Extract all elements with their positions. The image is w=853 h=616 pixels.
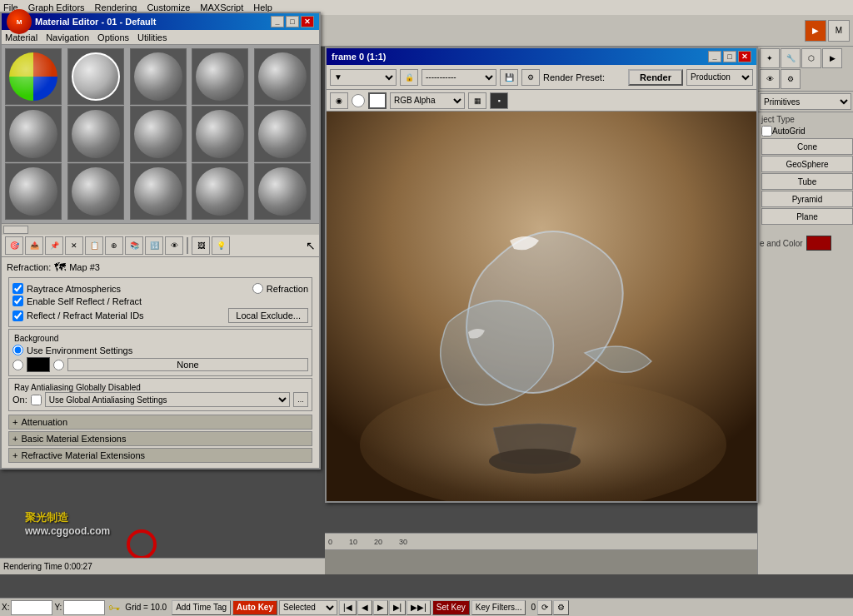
- create-icon[interactable]: ✦: [760, 48, 780, 68]
- material-id-btn[interactable]: 🔢: [145, 236, 163, 255]
- bg-map-radio[interactable]: [53, 360, 64, 370]
- me-options-menu[interactable]: Options: [97, 32, 129, 42]
- rf-close-btn[interactable]: ✕: [738, 51, 751, 62]
- lock-icon-btn[interactable]: 🔒: [400, 69, 418, 86]
- channel-icon-1[interactable]: ▦: [468, 92, 486, 109]
- play-btn[interactable]: ▶: [373, 600, 388, 615]
- preview-cell-10[interactable]: [254, 106, 311, 162]
- add-time-tag-btn[interactable]: Add Time Tag: [172, 600, 231, 615]
- channel-icon-2[interactable]: ▪: [490, 92, 508, 109]
- preview-cell-2[interactable]: [67, 48, 124, 105]
- me-material-menu[interactable]: Material: [5, 32, 37, 42]
- attenuation-header[interactable]: + Attenuation: [9, 415, 312, 429]
- plane-btn[interactable]: Plane: [761, 208, 853, 225]
- copy-btn[interactable]: 📋: [85, 236, 103, 255]
- white-box-btn[interactable]: [368, 92, 387, 109]
- key-filters-btn[interactable]: Key Filters...: [471, 600, 526, 615]
- preview-cell-1[interactable]: [5, 48, 62, 105]
- preview-cell-12[interactable]: [67, 163, 124, 220]
- x-coord-input[interactable]: [11, 600, 52, 615]
- global-settings-dropdown[interactable]: Use Global Antialiasing Settings: [45, 392, 290, 407]
- refraction-radio[interactable]: [252, 283, 263, 294]
- preview-cell-7[interactable]: [67, 106, 124, 162]
- production-dropdown[interactable]: Production: [686, 69, 753, 86]
- raytrace-checkbox[interactable]: [12, 283, 23, 294]
- settings-icon-btn[interactable]: ⚙: [521, 69, 540, 86]
- on-checkbox[interactable]: [31, 395, 42, 405]
- render-btn[interactable]: ▶: [805, 20, 826, 42]
- preview-cell-15[interactable]: [254, 163, 311, 220]
- get-material-btn[interactable]: 🎯: [5, 236, 23, 255]
- next-key-btn[interactable]: ▶▶|: [407, 600, 431, 615]
- render-button[interactable]: Render: [628, 69, 683, 86]
- preview-cell-5[interactable]: [254, 48, 311, 105]
- delete-btn[interactable]: ✕: [65, 236, 83, 255]
- save-icon-btn[interactable]: 💾: [500, 69, 518, 86]
- me-navigation-menu[interactable]: Navigation: [46, 32, 89, 42]
- preview-cell-8[interactable]: [130, 106, 187, 162]
- put-material-btn[interactable]: 📤: [25, 236, 43, 255]
- preview-cell-3[interactable]: [130, 48, 187, 105]
- preview-cell-6[interactable]: [5, 106, 62, 162]
- preview-cell-13[interactable]: [130, 163, 187, 220]
- show-map-btn[interactable]: 👁: [165, 236, 183, 255]
- rf-minimize-btn[interactable]: _: [708, 51, 721, 62]
- anim-btn-2[interactable]: ⚙: [553, 600, 569, 615]
- me-utilities-menu[interactable]: Utilities: [137, 32, 167, 42]
- anim-btn-1[interactable]: ⟳: [537, 600, 552, 615]
- color-swatch[interactable]: [806, 236, 831, 251]
- preview-cell-14[interactable]: [192, 163, 248, 220]
- preview-cell-9[interactable]: [192, 106, 248, 162]
- prev-frame-btn[interactable]: ◀: [357, 600, 372, 615]
- backlight-btn[interactable]: 💡: [212, 236, 230, 255]
- rf-maximize-btn[interactable]: □: [723, 51, 736, 62]
- self-reflect-checkbox[interactable]: [12, 296, 23, 306]
- close-btn[interactable]: ✕: [301, 16, 314, 27]
- display-icon-btn[interactable]: ◉: [330, 92, 348, 109]
- scrollbar-thumb-h[interactable]: [3, 226, 28, 234]
- preset-dropdown[interactable]: -----------: [422, 69, 496, 86]
- selected-dropdown[interactable]: Selected: [279, 600, 337, 615]
- display-icon[interactable]: 👁: [760, 69, 780, 89]
- refractive-material-header[interactable]: + Refractive Material Extensions: [9, 449, 312, 462]
- utilities-icon[interactable]: ⚙: [781, 69, 801, 89]
- assign-btn[interactable]: 📌: [45, 236, 63, 255]
- bg-color-swatch[interactable]: [27, 357, 50, 372]
- bg-color-radio[interactable]: [12, 360, 23, 370]
- show-bg-btn[interactable]: 🖼: [192, 236, 210, 255]
- sphere-15: [258, 167, 307, 216]
- preview-cell-4[interactable]: [192, 48, 248, 105]
- material-ids-row: Reflect / Refract Material IDs: [12, 310, 225, 321]
- autogrid-checkbox[interactable]: [761, 126, 772, 137]
- material-ids-checkbox[interactable]: [12, 310, 23, 321]
- y-coord-input[interactable]: [63, 600, 105, 615]
- preview-cell-11[interactable]: [5, 163, 62, 220]
- put-to-lib-btn[interactable]: 📚: [125, 236, 143, 255]
- local-exclude-btn[interactable]: Local Exclude...: [228, 308, 308, 323]
- prev-key-btn[interactable]: |◀: [339, 600, 357, 615]
- make-unique-btn[interactable]: ⊕: [105, 236, 123, 255]
- motion-icon[interactable]: ▶: [822, 48, 842, 68]
- geosphere-btn[interactable]: GeoSphere: [761, 156, 853, 172]
- cone-btn[interactable]: Cone: [761, 138, 853, 155]
- maximize-btn[interactable]: □: [286, 16, 299, 27]
- alpha-icon-btn[interactable]: [352, 94, 365, 107]
- modify-icon[interactable]: 🔧: [781, 48, 801, 68]
- frame-dropdown[interactable]: ▼: [330, 69, 397, 86]
- hierarchy-icon[interactable]: ⬡: [801, 48, 821, 68]
- none-btn[interactable]: None: [67, 358, 308, 371]
- timeline-track[interactable]: [325, 550, 757, 574]
- minimize-btn[interactable]: _: [271, 16, 284, 27]
- preview-scrollbar-h[interactable]: [2, 223, 319, 235]
- set-key-btn[interactable]: Set Key: [432, 600, 470, 615]
- basic-material-header[interactable]: + Basic Material Extensions: [9, 432, 312, 445]
- channel-dropdown[interactable]: RGB Alpha: [390, 92, 465, 109]
- settings-small-btn[interactable]: ...: [293, 392, 308, 407]
- use-env-radio[interactable]: [12, 345, 23, 355]
- auto-key-btn[interactable]: Auto Key: [232, 600, 277, 615]
- next-frame-btn[interactable]: ▶|: [389, 600, 407, 615]
- pyramid-btn[interactable]: Pyramid: [761, 191, 853, 207]
- primitives-dropdown[interactable]: Primitives: [760, 93, 851, 110]
- material-editor-btn[interactable]: M: [828, 20, 850, 42]
- tube-btn[interactable]: Tube: [761, 173, 853, 190]
